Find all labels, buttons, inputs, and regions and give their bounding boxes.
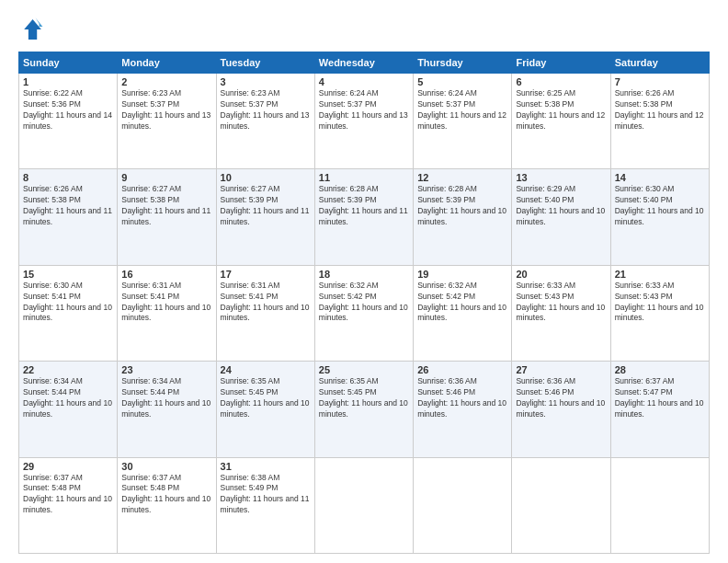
day-info: Sunrise: 6:30 AMSunset: 5:40 PMDaylight:… <box>615 184 705 228</box>
day-info: Sunrise: 6:28 AMSunset: 5:39 PMDaylight:… <box>417 184 507 228</box>
day-number: 27 <box>516 364 606 375</box>
day-info: Sunrise: 6:24 AMSunset: 5:37 PMDaylight:… <box>319 88 409 132</box>
day-info: Sunrise: 6:35 AMSunset: 5:45 PMDaylight:… <box>319 376 409 420</box>
day-info: Sunrise: 6:24 AMSunset: 5:37 PMDaylight:… <box>417 88 507 132</box>
day-info: Sunrise: 6:36 AMSunset: 5:46 PMDaylight:… <box>516 376 606 420</box>
calendar-cell: 21Sunrise: 6:33 AMSunset: 5:43 PMDayligh… <box>610 265 709 361</box>
calendar-week-2: 8Sunrise: 6:26 AMSunset: 5:38 PMDaylight… <box>19 169 710 265</box>
day-number: 23 <box>121 364 211 375</box>
calendar-cell: 31Sunrise: 6:38 AMSunset: 5:49 PMDayligh… <box>216 457 314 553</box>
day-info: Sunrise: 6:36 AMSunset: 5:46 PMDaylight:… <box>417 376 507 420</box>
day-number: 4 <box>319 76 409 87</box>
calendar-cell: 6Sunrise: 6:25 AMSunset: 5:38 PMDaylight… <box>512 74 610 169</box>
day-number: 5 <box>417 76 507 87</box>
calendar-cell: 16Sunrise: 6:31 AMSunset: 5:41 PMDayligh… <box>118 265 216 361</box>
day-number: 8 <box>23 172 113 183</box>
calendar-week-3: 15Sunrise: 6:30 AMSunset: 5:41 PMDayligh… <box>19 265 710 361</box>
calendar-cell: 4Sunrise: 6:24 AMSunset: 5:37 PMDaylight… <box>314 74 413 169</box>
day-number: 30 <box>121 461 211 472</box>
day-number: 1 <box>23 76 113 87</box>
calendar-cell <box>610 457 709 553</box>
day-number: 14 <box>615 172 705 183</box>
day-number: 12 <box>417 172 507 183</box>
calendar-week-1: 1Sunrise: 6:22 AMSunset: 5:36 PMDaylight… <box>19 74 710 169</box>
calendar-cell <box>314 457 413 553</box>
day-info: Sunrise: 6:32 AMSunset: 5:42 PMDaylight:… <box>319 281 409 325</box>
calendar-cell <box>512 457 610 553</box>
calendar-cell <box>414 457 512 553</box>
column-header-monday: Monday <box>118 52 216 74</box>
day-number: 10 <box>221 172 311 183</box>
calendar-cell: 19Sunrise: 6:32 AMSunset: 5:42 PMDayligh… <box>414 265 512 361</box>
day-info: Sunrise: 6:22 AMSunset: 5:36 PMDaylight:… <box>23 88 113 132</box>
day-number: 16 <box>121 269 211 280</box>
day-info: Sunrise: 6:27 AMSunset: 5:38 PMDaylight:… <box>121 184 211 228</box>
calendar-cell: 22Sunrise: 6:34 AMSunset: 5:44 PMDayligh… <box>19 362 118 457</box>
day-info: Sunrise: 6:23 AMSunset: 5:37 PMDaylight:… <box>221 88 311 132</box>
day-info: Sunrise: 6:32 AMSunset: 5:42 PMDaylight:… <box>417 281 507 325</box>
day-number: 2 <box>121 76 211 87</box>
day-info: Sunrise: 6:33 AMSunset: 5:43 PMDaylight:… <box>516 281 606 325</box>
day-number: 19 <box>417 269 507 280</box>
calendar-cell: 29Sunrise: 6:37 AMSunset: 5:48 PMDayligh… <box>19 457 118 553</box>
day-number: 17 <box>221 269 311 280</box>
day-number: 25 <box>319 364 409 375</box>
day-info: Sunrise: 6:26 AMSunset: 5:38 PMDaylight:… <box>615 88 705 132</box>
day-number: 24 <box>221 364 311 375</box>
day-info: Sunrise: 6:37 AMSunset: 5:48 PMDaylight:… <box>121 473 211 517</box>
calendar-cell: 17Sunrise: 6:31 AMSunset: 5:41 PMDayligh… <box>216 265 314 361</box>
day-info: Sunrise: 6:38 AMSunset: 5:49 PMDaylight:… <box>221 473 311 517</box>
day-number: 20 <box>516 269 606 280</box>
calendar-cell: 1Sunrise: 6:22 AMSunset: 5:36 PMDaylight… <box>19 74 118 169</box>
calendar-cell: 18Sunrise: 6:32 AMSunset: 5:42 PMDayligh… <box>314 265 413 361</box>
calendar-cell: 3Sunrise: 6:23 AMSunset: 5:37 PMDaylight… <box>216 74 314 169</box>
calendar-cell: 7Sunrise: 6:26 AMSunset: 5:38 PMDaylight… <box>610 74 709 169</box>
calendar-cell: 5Sunrise: 6:24 AMSunset: 5:37 PMDaylight… <box>414 74 512 169</box>
day-info: Sunrise: 6:35 AMSunset: 5:45 PMDaylight:… <box>221 376 311 420</box>
calendar-cell: 9Sunrise: 6:27 AMSunset: 5:38 PMDaylight… <box>118 169 216 265</box>
day-number: 13 <box>516 172 606 183</box>
day-number: 3 <box>221 76 311 87</box>
column-header-tuesday: Tuesday <box>216 52 314 74</box>
calendar-cell: 14Sunrise: 6:30 AMSunset: 5:40 PMDayligh… <box>610 169 709 265</box>
day-info: Sunrise: 6:26 AMSunset: 5:38 PMDaylight:… <box>23 184 113 228</box>
day-info: Sunrise: 6:33 AMSunset: 5:43 PMDaylight:… <box>615 281 705 325</box>
calendar-cell: 28Sunrise: 6:37 AMSunset: 5:47 PMDayligh… <box>610 362 709 457</box>
day-info: Sunrise: 6:29 AMSunset: 5:40 PMDaylight:… <box>516 184 606 228</box>
day-info: Sunrise: 6:31 AMSunset: 5:41 PMDaylight:… <box>221 281 311 325</box>
calendar-cell: 20Sunrise: 6:33 AMSunset: 5:43 PMDayligh… <box>512 265 610 361</box>
calendar-cell: 24Sunrise: 6:35 AMSunset: 5:45 PMDayligh… <box>216 362 314 457</box>
day-info: Sunrise: 6:31 AMSunset: 5:41 PMDaylight:… <box>121 281 211 325</box>
day-number: 21 <box>615 269 705 280</box>
logo-icon <box>18 17 44 42</box>
calendar-table: SundayMondayTuesdayWednesdayThursdayFrid… <box>18 52 710 554</box>
day-number: 11 <box>319 172 409 183</box>
day-number: 26 <box>417 364 507 375</box>
day-info: Sunrise: 6:34 AMSunset: 5:44 PMDaylight:… <box>121 376 211 420</box>
column-header-wednesday: Wednesday <box>314 52 413 74</box>
day-info: Sunrise: 6:30 AMSunset: 5:41 PMDaylight:… <box>23 281 113 325</box>
day-number: 28 <box>615 364 705 375</box>
calendar-week-4: 22Sunrise: 6:34 AMSunset: 5:44 PMDayligh… <box>19 362 710 457</box>
calendar-week-5: 29Sunrise: 6:37 AMSunset: 5:48 PMDayligh… <box>19 457 710 553</box>
column-header-sunday: Sunday <box>19 52 118 74</box>
calendar-cell: 2Sunrise: 6:23 AMSunset: 5:37 PMDaylight… <box>118 74 216 169</box>
calendar-cell: 30Sunrise: 6:37 AMSunset: 5:48 PMDayligh… <box>118 457 216 553</box>
day-number: 9 <box>121 172 211 183</box>
day-info: Sunrise: 6:23 AMSunset: 5:37 PMDaylight:… <box>121 88 211 132</box>
calendar-cell: 12Sunrise: 6:28 AMSunset: 5:39 PMDayligh… <box>414 169 512 265</box>
logo <box>18 17 48 42</box>
calendar-cell: 13Sunrise: 6:29 AMSunset: 5:40 PMDayligh… <box>512 169 610 265</box>
day-info: Sunrise: 6:34 AMSunset: 5:44 PMDaylight:… <box>23 376 113 420</box>
day-number: 7 <box>615 76 705 87</box>
day-number: 22 <box>23 364 113 375</box>
day-info: Sunrise: 6:37 AMSunset: 5:48 PMDaylight:… <box>23 473 113 517</box>
day-info: Sunrise: 6:25 AMSunset: 5:38 PMDaylight:… <box>516 88 606 132</box>
calendar-cell: 27Sunrise: 6:36 AMSunset: 5:46 PMDayligh… <box>512 362 610 457</box>
calendar-header-row: SundayMondayTuesdayWednesdayThursdayFrid… <box>19 52 710 74</box>
day-info: Sunrise: 6:28 AMSunset: 5:39 PMDaylight:… <box>319 184 409 228</box>
calendar-cell: 10Sunrise: 6:27 AMSunset: 5:39 PMDayligh… <box>216 169 314 265</box>
column-header-saturday: Saturday <box>610 52 709 74</box>
column-header-friday: Friday <box>512 52 610 74</box>
page: SundayMondayTuesdayWednesdayThursdayFrid… <box>0 0 728 563</box>
